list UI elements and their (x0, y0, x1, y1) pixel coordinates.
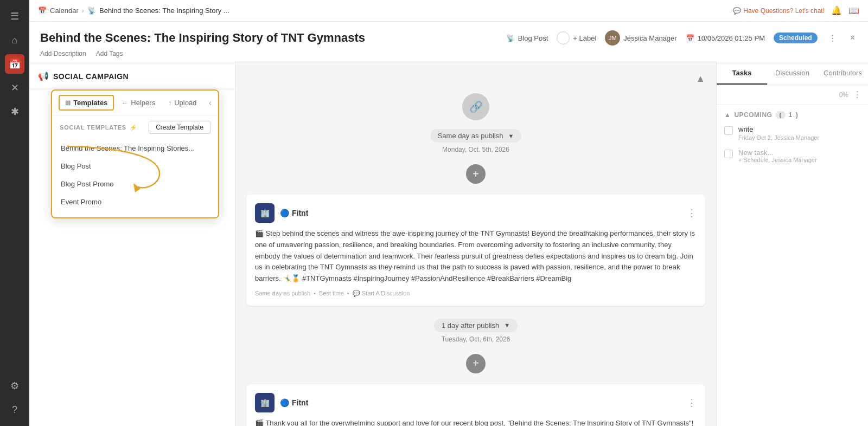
upcoming-count: ( (775, 111, 785, 119)
progress-bar-section: 0% ⋮ (717, 85, 868, 105)
more-options-icon[interactable]: ⋮ (826, 31, 839, 46)
collapse-feed-btn[interactable]: ▲ (695, 73, 705, 85)
post-card-header-2: 🏢 🔵 Fitnt ⋮ (255, 393, 697, 412)
upload-icon: ↑ (168, 99, 171, 107)
timeline-label-1[interactable]: Same day as publish ▼ (430, 129, 522, 143)
new-task-meta: + Schedule, Jessica Manager (738, 157, 860, 163)
upcoming-header: ▲ UPCOMING ( 1 ) (724, 111, 860, 119)
create-template-btn[interactable]: Create Template (149, 121, 210, 134)
template-item-2[interactable]: Blog Post (52, 157, 218, 175)
upcoming-section: ▲ UPCOMING ( 1 ) write Friday Oct 2, Jes… (717, 105, 868, 177)
timeline-group-2: 1 day after publish ▼ Tuesday, Oct. 6th,… (246, 319, 705, 426)
blog-post-label: Blog Post (518, 34, 548, 42)
sidebar-settings-icon[interactable]: ⚙ (5, 376, 24, 396)
template-item-1[interactable]: Behind the Scenes: The Inspiring Stories… (52, 139, 218, 157)
sidebar-cross-icon[interactable]: ✕ (5, 78, 24, 98)
task-checkbox-1[interactable] (724, 126, 733, 135)
label-circle (557, 31, 570, 44)
post-avatar-1: 🏢 (255, 203, 275, 223)
timeline-label-text-1: Same day as publish (438, 132, 503, 140)
sidebar: ☰ ⌂ 📅 ✕ ✱ ⚙ ? (0, 0, 29, 426)
post-content-1: 🎬 Step behind the scenes and witness the… (255, 228, 697, 285)
tab-tasks[interactable]: Tasks (717, 62, 767, 85)
sidebar-calendar-icon[interactable]: 📅 (5, 54, 24, 74)
chat-icon: 💬 (733, 7, 741, 15)
task-name-1: write (738, 125, 860, 133)
helpers-tab[interactable]: ← Helpers (116, 96, 161, 109)
post-header-info-2: 🔵 Fitnt (280, 398, 308, 407)
have-questions-btn[interactable]: 💬 Have Questions? Let's chat! (733, 7, 825, 15)
breadcrumb-parent[interactable]: Calendar (50, 7, 79, 15)
add-post-btn-1[interactable]: + (466, 164, 486, 184)
grid-icon: ⊞ (65, 99, 71, 107)
page-header-top: Behind the Scenes: The Inspiring Story o… (40, 30, 857, 46)
page-meta: 📡 Blog Post + Label JM Jessica Manager 📅… (506, 30, 857, 46)
add-post-btn-2[interactable]: + (466, 354, 486, 373)
templates-tab[interactable]: ⊞ Templates (59, 95, 114, 111)
sidebar-menu-icon[interactable]: ☰ (5, 7, 24, 26)
page-title: Behind the Scenes: The Inspiring Story o… (40, 31, 365, 45)
post-card-header-1: 🏢 🔵 Fitnt ⋮ (255, 203, 697, 223)
notifications-icon[interactable]: 🔔 (831, 5, 842, 16)
new-task-input[interactable]: New task... (738, 149, 860, 157)
label-btn-text: + Label (573, 34, 596, 42)
topnav-right: 💬 Have Questions? Let's chat! 🔔 📖 (733, 5, 859, 16)
blog-post-meta[interactable]: 📡 Blog Post (506, 34, 548, 42)
post-card-1: 🏢 🔵 Fitnt ⋮ 🎬 Step behind the scenes and… (246, 195, 705, 306)
helpers-tab-label: Helpers (131, 99, 155, 107)
label-meta[interactable]: + Label (557, 31, 596, 44)
feed-area: ▲ 🔗 Same day as publish ▼ Monday, Oct. 5… (235, 62, 716, 426)
post-more-icon-1[interactable]: ⋮ (687, 207, 697, 219)
facebook-icon-2: 🔵 (280, 398, 289, 407)
template-item-3[interactable]: Blog Post Promo (52, 175, 218, 193)
post-username-1: 🔵 Fitnt (280, 209, 308, 217)
calendar-date-icon: 📅 (686, 34, 694, 42)
timeline-label-text-2: 1 day after publish (442, 321, 499, 330)
link-icon-btn[interactable]: 🔗 (462, 93, 489, 120)
book-icon[interactable]: 📖 (848, 5, 859, 16)
collapse-upcoming-icon[interactable]: ▲ (724, 111, 731, 119)
facebook-icon-1: 🔵 (280, 209, 289, 217)
post-card-2: 🏢 🔵 Fitnt ⋮ 🎬 Thank you all for the over… (246, 384, 705, 426)
breadcrumb: 📅 Calendar › 📡 Behind the Scenes: The In… (38, 7, 229, 15)
post-avatar-2: 🏢 (255, 393, 275, 412)
post-username-2: 🔵 Fitnt (280, 398, 308, 407)
add-tags-btn[interactable]: Add Tags (96, 50, 123, 57)
user-name: Jessica Manager (623, 34, 676, 42)
tab-discussion[interactable]: Discussion (767, 62, 818, 85)
progress-more-icon[interactable]: ⋮ (853, 89, 861, 100)
footer-best-time-1: Best time (319, 290, 344, 296)
upload-tab[interactable]: ↑ Upload (163, 96, 202, 109)
template-item-4[interactable]: Event Promo (52, 193, 218, 211)
tab-contributors[interactable]: Contributors (818, 62, 868, 85)
timeline-label-2[interactable]: 1 day after publish ▼ (434, 319, 518, 332)
collapse-icon[interactable]: ‹ (209, 98, 212, 108)
section-header: SOCIAL TEMPLATES ⚡ Create Template (52, 115, 218, 137)
sidebar-home-icon[interactable]: ⌂ (5, 30, 24, 50)
new-task-row: New task... + Schedule, Jessica Manager (724, 149, 860, 163)
sidebar-help-icon[interactable]: ? (5, 400, 24, 419)
add-description-btn[interactable]: Add Description (40, 50, 86, 57)
sidebar-asterisk-icon[interactable]: ✱ (5, 102, 24, 121)
templates-dropdown: ⊞ Templates ← Helpers ↑ Upload ‹ (51, 89, 219, 218)
upcoming-count-close: ) (796, 111, 799, 119)
status-badge: Scheduled (774, 33, 818, 43)
section-label: SOCIAL TEMPLATES ⚡ (60, 124, 138, 131)
calendar-icon: 📅 (38, 7, 47, 15)
footer-discussion-1[interactable]: 💬 Start A Discussion (353, 290, 410, 297)
campaign-panel: 📢 SOCIAL CAMPAIGN ⊞ Templates ← Helpers (29, 62, 235, 426)
date-meta[interactable]: 📅 10/05/2026 01:25 PM (686, 34, 765, 42)
upcoming-label: UPCOMING (734, 111, 772, 119)
close-icon[interactable]: × (848, 31, 857, 45)
footer-timing-1: Same day as publish (255, 290, 310, 296)
task-item-1: write Friday Oct 2, Jessica Manager (724, 125, 860, 141)
new-task-checkbox[interactable] (724, 150, 733, 158)
upcoming-count-value: 1 (789, 111, 793, 119)
post-more-icon-2[interactable]: ⋮ (687, 397, 697, 409)
main-content: 📅 Calendar › 📡 Behind the Scenes: The In… (29, 0, 868, 426)
right-panel: Tasks Discussion Contributors 0% ⋮ ▲ UPC… (716, 62, 868, 426)
timeline-group-1: Same day as publish ▼ Monday, Oct. 5th, … (246, 129, 705, 306)
user-meta[interactable]: JM Jessica Manager (605, 30, 676, 46)
lightning-icon: ⚡ (130, 124, 138, 131)
post-content-2: 🎬 Thank you all for the overwhelming sup… (255, 418, 697, 426)
